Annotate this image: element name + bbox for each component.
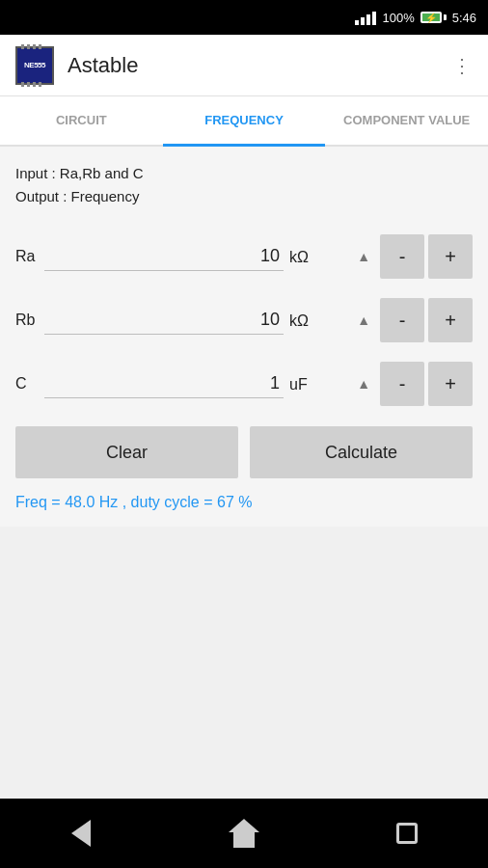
tab-bar: CIRCUIT FREQUENCY COMPONENT VALUE xyxy=(0,96,488,147)
rb-unit-arrow-icon: ▲ xyxy=(357,312,370,328)
app-bar: NE555 Astable ⋮ xyxy=(0,35,488,96)
recent-apps-icon xyxy=(396,823,418,844)
app-icon: NE555 xyxy=(15,46,54,85)
battery-icon: ⚡ xyxy=(420,12,447,23)
home-button[interactable] xyxy=(215,804,273,862)
rb-input-wrap xyxy=(44,306,284,335)
bottom-nav xyxy=(0,799,488,868)
tab-circuit[interactable]: CIRCUIT xyxy=(0,96,163,147)
c-unit-arrow-icon: ▲ xyxy=(357,376,370,392)
ra-unit-wrap: Ω kΩ MΩ ▲ xyxy=(289,249,376,265)
c-input[interactable] xyxy=(44,369,284,398)
recent-apps-button[interactable] xyxy=(378,804,436,862)
rb-unit-select[interactable]: Ω kΩ MΩ xyxy=(289,312,332,329)
rb-row: Rb Ω kΩ MΩ ▲ - + xyxy=(15,295,473,345)
io-description: Input : Ra,Rb and C Output : Frequency xyxy=(15,162,473,208)
ic-chip-label: NE555 xyxy=(24,61,45,69)
clock: 5:46 xyxy=(452,11,476,25)
tab-frequency[interactable]: FREQUENCY xyxy=(163,96,326,147)
c-unit-select[interactable]: pF nF uF mF xyxy=(289,376,330,393)
rb-increment-button[interactable]: + xyxy=(428,298,473,342)
ra-row: Ra Ω kΩ MΩ ▲ - + xyxy=(15,231,473,282)
rb-decrement-button[interactable]: - xyxy=(380,298,424,342)
signal-icon xyxy=(355,10,376,25)
more-options-icon[interactable]: ⋮ xyxy=(452,54,473,77)
c-increment-button[interactable]: + xyxy=(428,362,473,406)
back-icon xyxy=(71,820,91,847)
tab-component-value[interactable]: COMPONENT VALUE xyxy=(325,96,488,147)
rb-input[interactable] xyxy=(44,306,284,335)
status-bar: 100% ⚡ 5:46 xyxy=(0,0,488,35)
ra-input[interactable] xyxy=(44,242,284,271)
c-row: C pF nF uF mF ▲ - + xyxy=(15,359,473,409)
result-display: Freq = 48.0 Hz , duty cycle = 67 % xyxy=(15,494,473,511)
output-description: Output : Frequency xyxy=(15,185,473,208)
input-description: Input : Ra,Rb and C xyxy=(15,162,473,185)
app-title: Astable xyxy=(68,53,452,78)
action-buttons: Clear Calculate xyxy=(15,426,473,478)
c-label: C xyxy=(15,375,44,393)
ra-increment-button[interactable]: + xyxy=(428,234,473,279)
rb-label: Rb xyxy=(15,312,44,329)
ra-unit-select[interactable]: Ω kΩ MΩ xyxy=(289,249,332,265)
ra-decrement-button[interactable]: - xyxy=(380,234,424,279)
back-button[interactable] xyxy=(52,804,110,862)
rb-unit-wrap: Ω kΩ MΩ ▲ xyxy=(289,312,376,329)
c-input-wrap xyxy=(44,369,284,398)
c-decrement-button[interactable]: - xyxy=(380,362,424,406)
clear-button[interactable]: Clear xyxy=(15,426,238,478)
calculate-button[interactable]: Calculate xyxy=(250,426,473,478)
ic-pins-top xyxy=(21,44,41,49)
battery-percentage: 100% xyxy=(382,11,414,25)
ra-unit-arrow-icon: ▲ xyxy=(357,249,370,264)
c-unit-wrap: pF nF uF mF ▲ xyxy=(289,376,376,393)
ra-input-wrap xyxy=(44,242,284,271)
home-icon xyxy=(229,819,259,848)
ra-label: Ra xyxy=(15,248,44,265)
ic-pins-bottom xyxy=(21,82,41,87)
main-content: Input : Ra,Rb and C Output : Frequency R… xyxy=(0,147,488,527)
